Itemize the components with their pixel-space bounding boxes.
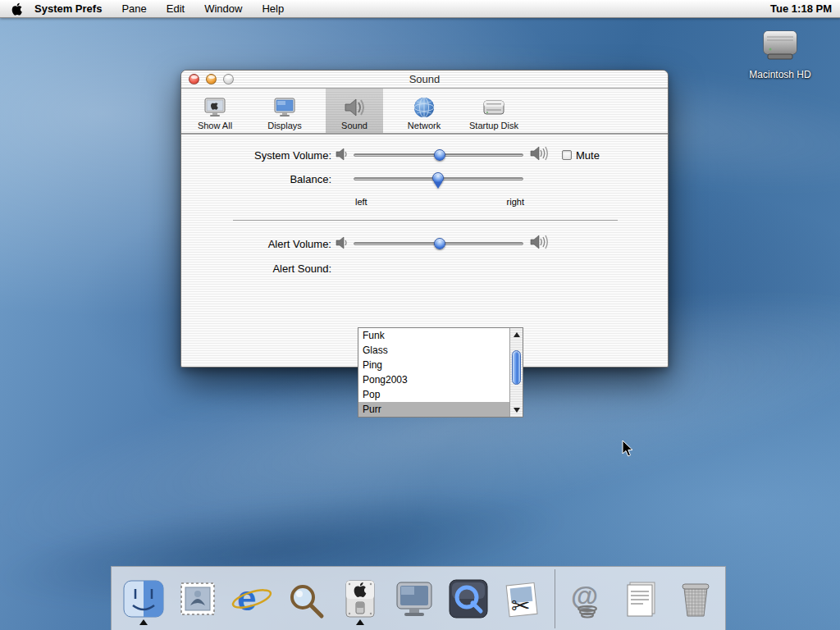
balance-right-label: right — [504, 197, 524, 207]
down-arrow-icon — [514, 408, 520, 413]
menu-clock[interactable]: Tue 1:18 PM — [770, 2, 832, 15]
scroll-up-button[interactable] — [510, 329, 523, 340]
dock: e — [111, 566, 726, 630]
toolbar-item-network[interactable]: Network — [395, 89, 453, 133]
menu-pane[interactable]: Pane — [121, 2, 146, 15]
menu-edit[interactable]: Edit — [167, 2, 185, 15]
dock-image-capture-icon[interactable]: ✂ — [500, 573, 546, 624]
list-item-glass[interactable]: Glass — [358, 343, 509, 358]
system-volume-slider-thumb[interactable] — [434, 149, 445, 161]
toolbar-label: Sound — [341, 121, 368, 130]
alert-sound-listbox: Funk Glass Ping Pong2003 Pop Purr — [358, 327, 523, 418]
menu-app-name[interactable]: System Prefs — [34, 2, 102, 15]
dock-others: @ — [564, 573, 719, 624]
running-indicator — [356, 619, 364, 625]
list-item-purr[interactable]: Purr — [358, 402, 509, 417]
scroll-down-button[interactable] — [510, 404, 523, 416]
dock-apps: e — [112, 573, 546, 624]
list-item-funk[interactable]: Funk — [358, 328, 509, 343]
balance-label: Balance: — [198, 173, 331, 185]
window-content: System Volume: Mute Balance: left right … — [181, 136, 668, 367]
toolbar-label: Network — [408, 121, 441, 130]
menu-bar: System Prefs Pane Edit Window Help Tue 1… — [0, 0, 840, 18]
dock-finder-icon[interactable] — [121, 573, 167, 624]
balance-slider-thumb[interactable] — [432, 172, 444, 184]
show-all-icon — [203, 96, 227, 119]
toolbar-label: Startup Disk — [469, 121, 518, 130]
balance-left-label: left — [355, 197, 368, 207]
hard-drive-icon — [760, 27, 801, 63]
dock-mail-spring-icon[interactable]: @ — [564, 573, 610, 624]
dock-quicktime-icon[interactable] — [445, 573, 491, 624]
apple-menu-icon[interactable] — [10, 2, 23, 16]
window-title: Sound — [181, 73, 668, 85]
toolbar-item-sound[interactable]: Sound — [326, 89, 383, 133]
section-divider — [233, 220, 618, 221]
speaker-loud-icon — [530, 145, 548, 162]
toolbar-item-displays[interactable]: Displays — [256, 89, 313, 133]
window-titlebar[interactable]: Sound — [181, 71, 668, 89]
dock-displays-icon[interactable] — [391, 573, 437, 624]
sound-icon — [342, 96, 367, 119]
network-icon — [412, 96, 436, 119]
alert-volume-slider-thumb[interactable] — [434, 238, 445, 249]
macintosh-hd-icon[interactable]: Macintosh HD — [741, 27, 819, 80]
preferences-toolbar: Show All Displays Sound — [181, 89, 668, 135]
dock-trash-icon[interactable] — [673, 573, 719, 624]
list-item-ping[interactable]: Ping — [358, 358, 509, 372]
dock-separator — [555, 569, 555, 628]
macintosh-hd-label: Macintosh HD — [741, 69, 819, 80]
startup-disk-icon — [482, 96, 506, 119]
scroll-thumb[interactable] — [512, 350, 521, 385]
menu-help[interactable]: Help — [262, 2, 284, 15]
list-item-pop[interactable]: Pop — [358, 387, 509, 402]
list-scrollbar[interactable] — [509, 328, 523, 417]
dock-system-preferences-icon[interactable] — [337, 573, 383, 624]
speaker-quiet-icon — [336, 235, 349, 250]
alert-sound-list: Funk Glass Ping Pong2003 Pop Purr — [358, 328, 509, 417]
dock-internet-explorer-icon[interactable]: e — [229, 573, 275, 624]
speaker-loud-icon — [530, 234, 548, 250]
mute-label: Mute — [576, 149, 600, 162]
toolbar-label: Show All — [198, 121, 232, 130]
svg-text:e: e — [237, 579, 256, 618]
speaker-quiet-icon — [336, 147, 349, 162]
svg-text:✂: ✂ — [511, 592, 530, 619]
menu-window[interactable]: Window — [204, 2, 242, 15]
dock-sherlock-icon[interactable] — [283, 573, 329, 624]
alert-sound-label: Alert Sound: — [198, 262, 331, 275]
up-arrow-icon — [514, 332, 520, 337]
dock-mail-icon[interactable] — [175, 573, 221, 624]
system-volume-label: System Volume: — [198, 149, 331, 162]
mouse-cursor — [622, 440, 633, 461]
toolbar-label: Displays — [267, 121, 302, 130]
sound-preferences-window: Sound Show All Displays — [180, 70, 669, 368]
toolbar-item-startup-disk[interactable]: Startup Disk — [465, 89, 523, 133]
alert-volume-label: Alert Volume: — [198, 238, 331, 250]
list-item-pong2003[interactable]: Pong2003 — [358, 372, 509, 387]
displays-icon — [272, 96, 297, 119]
mute-checkbox[interactable] — [562, 150, 572, 160]
dock-documents-icon[interactable] — [619, 573, 664, 624]
running-indicator — [139, 619, 148, 625]
toolbar-item-show-all[interactable]: Show All — [186, 89, 244, 133]
